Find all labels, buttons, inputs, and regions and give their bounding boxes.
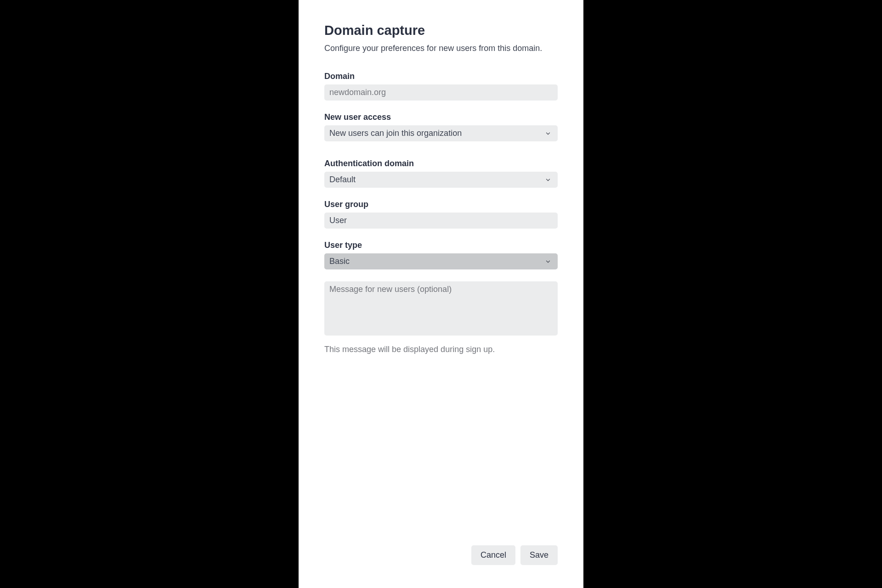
domain-capture-panel: Domain capture Configure your preference… xyxy=(299,0,583,588)
domain-label: Domain xyxy=(324,72,558,81)
dialog-actions: Cancel Save xyxy=(324,545,558,574)
auth-domain-value: Default xyxy=(324,172,558,188)
user-group-input[interactable] xyxy=(324,213,558,229)
user-type-select[interactable]: Basic xyxy=(324,253,558,269)
page-subtitle: Configure your preferences for new users… xyxy=(324,44,558,53)
user-group-label: User group xyxy=(324,200,558,209)
user-group-group: User group xyxy=(324,200,558,229)
new-user-access-value: New users can join this organization xyxy=(324,125,558,141)
user-type-group: User type Basic xyxy=(324,241,558,269)
auth-domain-group: Authentication domain Default xyxy=(324,159,558,188)
auth-domain-label: Authentication domain xyxy=(324,159,558,168)
message-hint: This message will be displayed during si… xyxy=(324,345,558,354)
cancel-button[interactable]: Cancel xyxy=(471,545,515,565)
domain-group: Domain xyxy=(324,72,558,101)
message-group: This message will be displayed during si… xyxy=(324,281,558,354)
auth-domain-select[interactable]: Default xyxy=(324,172,558,188)
domain-input[interactable] xyxy=(324,84,558,101)
new-user-access-select[interactable]: New users can join this organization xyxy=(324,125,558,141)
new-user-access-label: New user access xyxy=(324,112,558,122)
save-button[interactable]: Save xyxy=(520,545,558,565)
user-type-value: Basic xyxy=(324,253,558,269)
user-type-label: User type xyxy=(324,241,558,250)
new-user-access-group: New user access New users can join this … xyxy=(324,112,558,141)
message-textarea[interactable] xyxy=(324,281,558,336)
page-title: Domain capture xyxy=(324,23,558,38)
